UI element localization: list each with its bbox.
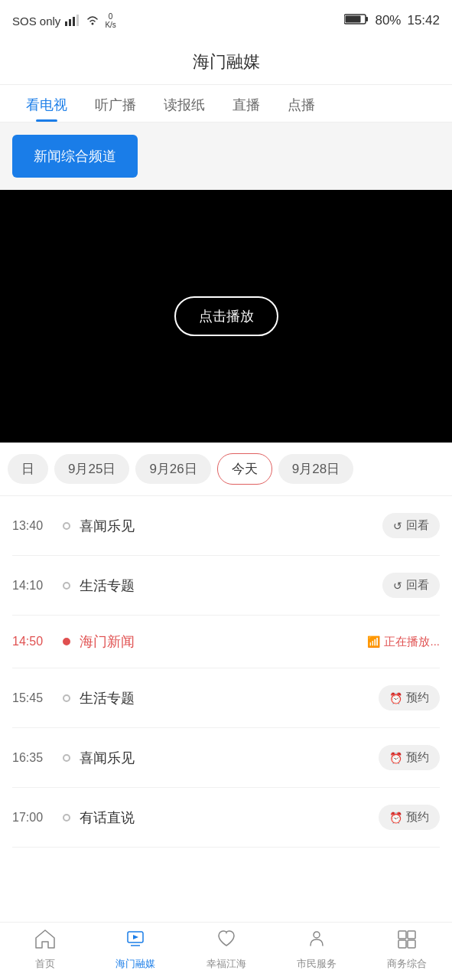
- program-item: 16:35 喜闻乐见 ⏰ 预约: [12, 728, 440, 788]
- status-left: SOS only 0 K/s: [12, 12, 116, 29]
- program-time: 16:35: [12, 751, 54, 765]
- program-time: 14:10: [12, 579, 54, 593]
- app-header: 海门融媒: [0, 41, 452, 85]
- wifi-icon: [85, 15, 100, 28]
- program-name: 生活专题: [80, 689, 369, 707]
- nav-label-haimen: 海门融媒: [115, 957, 155, 971]
- nav-item-business[interactable]: 商务综合: [362, 929, 452, 971]
- channel-button[interactable]: 新闻综合频道: [12, 135, 138, 178]
- app-title: 海门融媒: [193, 52, 260, 71]
- signal-icon: [65, 14, 80, 28]
- date-tabs: 日 9月25日 9月26日 今天 9月28日: [0, 443, 452, 496]
- alarm-icon: ⏰: [389, 692, 402, 704]
- channel-section: 新闻综合频道: [0, 122, 452, 190]
- svg-rect-1: [69, 19, 71, 26]
- svg-rect-0: [65, 21, 67, 26]
- program-name: 喜闻乐见: [80, 517, 373, 535]
- nav-item-xingfu[interactable]: 幸福江海: [180, 929, 271, 971]
- status-bar: SOS only 0 K/s 80% 15:42: [0, 0, 452, 41]
- alarm-icon: ⏰: [389, 752, 402, 764]
- svg-rect-3: [76, 15, 79, 26]
- date-tab-sep26[interactable]: 9月26日: [135, 454, 210, 484]
- tab-watch-tv[interactable]: 看电视: [12, 85, 81, 122]
- svg-rect-6: [366, 17, 368, 21]
- time-display: 15:42: [407, 13, 440, 28]
- date-tab-sep25[interactable]: 9月25日: [54, 454, 129, 484]
- svg-rect-7: [346, 15, 361, 22]
- program-time: 13:40: [12, 519, 54, 533]
- program-item-active: 14:50 海门新闻 📶 正在播放...: [12, 616, 440, 668]
- battery-percent: 80%: [375, 13, 401, 28]
- live-status: 📶 正在播放...: [367, 635, 440, 649]
- haimen-icon: [125, 929, 146, 954]
- program-time-active: 14:50: [12, 635, 54, 648]
- video-player: 点击播放: [0, 190, 452, 443]
- network-speed-unit: K/s: [105, 21, 115, 29]
- svg-point-4: [92, 22, 94, 24]
- home-icon: [34, 929, 56, 954]
- program-item: 13:40 喜闻乐见 ↺ 回看: [12, 496, 440, 556]
- nav-label-business: 商务综合: [387, 957, 427, 971]
- play-button[interactable]: 点击播放: [174, 296, 278, 336]
- nav-item-citizen[interactable]: 市民服务: [272, 929, 362, 971]
- replay-button[interactable]: ↺ 回看: [382, 573, 440, 598]
- tab-read-newspaper[interactable]: 读报纸: [150, 85, 219, 122]
- svg-rect-14: [398, 931, 406, 939]
- sos-text: SOS only: [12, 15, 60, 28]
- nav-label-xingfu: 幸福江海: [206, 957, 246, 971]
- reserve-button[interactable]: ⏰ 预约: [379, 805, 440, 830]
- network-info: 0 K/s: [105, 12, 115, 29]
- date-tab-sunday[interactable]: 日: [8, 454, 48, 484]
- program-dot: [63, 814, 70, 822]
- network-speed-num: 0: [109, 12, 113, 21]
- program-time: 17:00: [12, 811, 54, 825]
- program-name: 有话直说: [80, 808, 369, 827]
- replay-button[interactable]: ↺ 回看: [382, 513, 440, 538]
- svg-rect-17: [408, 940, 415, 948]
- program-dot: [63, 754, 70, 762]
- citizen-icon: [306, 929, 327, 954]
- replay-icon: ↺: [393, 520, 402, 532]
- tab-live[interactable]: 直播: [219, 85, 274, 122]
- program-name: 喜闻乐见: [80, 749, 369, 767]
- status-right: 80% 15:42: [344, 13, 440, 29]
- program-dot: [63, 582, 70, 590]
- program-item: 17:00 有话直说 ⏰ 预约: [12, 788, 440, 848]
- date-tab-today[interactable]: 今天: [217, 453, 272, 485]
- program-dot: [63, 522, 70, 530]
- alarm-icon: ⏰: [389, 812, 402, 824]
- nav-item-home[interactable]: 首页: [0, 929, 90, 971]
- svg-marker-9: [133, 935, 138, 939]
- replay-icon: ↺: [393, 580, 402, 592]
- program-name-active: 海门新闻: [80, 632, 358, 651]
- battery-icon: [344, 13, 369, 29]
- business-icon: [396, 929, 418, 954]
- tab-listen-radio[interactable]: 听广播: [81, 85, 150, 122]
- reserve-button[interactable]: ⏰ 预约: [379, 685, 440, 710]
- nav-item-haimen[interactable]: 海门融媒: [90, 929, 180, 971]
- live-icon: 📶: [367, 635, 380, 648]
- program-dot-active: [63, 638, 70, 645]
- date-tab-sep28[interactable]: 9月28日: [278, 454, 353, 484]
- program-list: 13:40 喜闻乐见 ↺ 回看 14:10 生活专题 ↺ 回看 14:50 海门…: [0, 496, 452, 848]
- program-item: 15:45 生活专题 ⏰ 预约: [12, 668, 440, 728]
- nav-label-citizen: 市民服务: [297, 957, 337, 971]
- program-dot: [63, 694, 70, 702]
- heart-icon: [216, 929, 237, 954]
- svg-rect-2: [73, 17, 75, 26]
- bottom-nav: 首页 海门融媒 幸福江海 市民服务 商务综合: [0, 922, 452, 980]
- program-name: 生活专题: [80, 577, 373, 595]
- nav-label-home: 首页: [35, 957, 55, 971]
- tab-vod[interactable]: 点播: [274, 85, 329, 122]
- svg-rect-15: [408, 931, 415, 939]
- program-time: 15:45: [12, 691, 54, 705]
- nav-tabs: 看电视 听广播 读报纸 直播 点播: [0, 85, 452, 122]
- svg-rect-16: [398, 940, 406, 948]
- reserve-button[interactable]: ⏰ 预约: [379, 745, 440, 770]
- program-item: 14:10 生活专题 ↺ 回看: [12, 556, 440, 616]
